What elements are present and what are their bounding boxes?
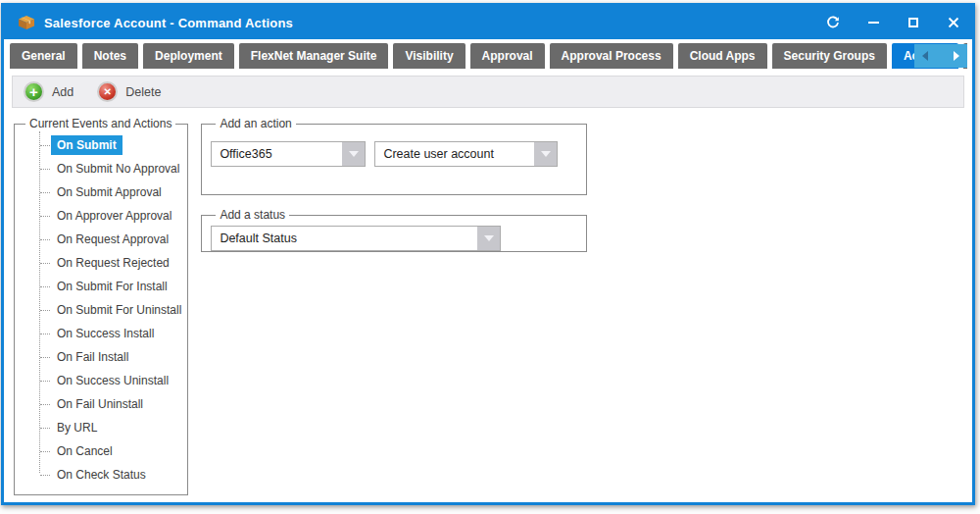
action-dropdown[interactable]: Create user account	[374, 141, 558, 167]
toolbar: + Add ✕ Delete	[12, 76, 964, 108]
close-button[interactable]	[947, 16, 960, 29]
add-action-panel-title: Add an action	[216, 117, 295, 130]
titlebar: Salesforce Account - Command Actions	[4, 6, 972, 39]
chevron-down-icon	[349, 151, 359, 157]
tab-scroll-right-icon[interactable]	[954, 51, 959, 61]
tab-approval[interactable]: Approval	[470, 43, 545, 69]
service-dropdown-value: Office365	[212, 142, 342, 166]
tab-cloud-apps[interactable]: Cloud Apps	[678, 43, 767, 69]
status-dropdown-value: Default Status	[212, 227, 477, 250]
tree-item-by-url[interactable]: By URL	[21, 416, 187, 439]
tree-item-on-submit-for-uninstall[interactable]: On Submit For Uninstall	[21, 298, 187, 322]
tab-scroller	[914, 44, 967, 68]
close-icon	[948, 17, 959, 28]
chevron-down-icon	[484, 235, 494, 241]
add-button-label: Add	[52, 85, 74, 99]
tree-item-label: On Submit For Uninstall	[51, 300, 187, 320]
tab-scroll-left-icon[interactable]	[922, 51, 928, 61]
minimize-button[interactable]	[866, 16, 880, 29]
delete-x-icon: ✕	[97, 81, 118, 102]
tab-security-groups[interactable]: Security Groups	[772, 43, 887, 69]
tab-visibility[interactable]: Visibility	[393, 43, 465, 69]
add-status-panel: Add a status Default Status	[201, 208, 587, 252]
chevron-down-icon	[541, 151, 551, 157]
add-plus-icon: +	[24, 81, 44, 102]
events-panel: Current Events and Actions On Submit On …	[14, 117, 188, 495]
tree-item-on-cancel[interactable]: On Cancel	[21, 439, 187, 463]
add-action-panel: Add an action Office365 Create user acco…	[201, 117, 587, 195]
tree-item-on-submit[interactable]: On Submit	[21, 133, 187, 157]
right-column: Add an action Office365 Create user acco…	[201, 117, 587, 252]
screen: Salesforce Account - Command Actions	[0, 0, 980, 514]
tree-item-label: On Request Approval	[51, 230, 174, 249]
events-tree: On Submit On Submit No Approval On Submi…	[21, 133, 187, 487]
tree-item-label: On Request Rejected	[51, 253, 175, 273]
tab-approval-process[interactable]: Approval Process	[550, 43, 673, 69]
tree-item-label: On Cancel	[51, 441, 119, 461]
refresh-button[interactable]	[826, 16, 840, 29]
delete-button[interactable]: ✕ Delete	[97, 81, 161, 102]
add-button[interactable]: + Add	[24, 81, 74, 102]
tree-item-label: On Submit No Approval	[51, 159, 185, 179]
maximize-icon	[908, 18, 918, 27]
tree-item-on-request-approval[interactable]: On Request Approval	[21, 228, 187, 251]
content-area: Current Events and Actions On Submit On …	[4, 108, 972, 495]
tree-item-on-submit-no-approval[interactable]: On Submit No Approval	[21, 157, 187, 180]
tree-item-label: On Fail Install	[51, 347, 134, 367]
add-status-panel-title: Add a status	[216, 208, 289, 222]
tree-item-label: On Success Install	[51, 324, 160, 343]
tree-item-label: By URL	[51, 418, 103, 437]
action-dropdown-button[interactable]	[534, 142, 557, 166]
tree-item-label: On Approver Approval	[51, 206, 177, 226]
window-title: Salesforce Account - Command Actions	[44, 16, 293, 30]
tab-flexnet-manager-suite[interactable]: FlexNet Manager Suite	[239, 43, 389, 69]
tab-strip: General Notes Deployment FlexNet Manager…	[10, 43, 967, 69]
service-dropdown-button[interactable]	[342, 142, 365, 166]
status-dropdown[interactable]: Default Status	[211, 226, 501, 251]
tree-item-on-fail-uninstall[interactable]: On Fail Uninstall	[21, 392, 187, 416]
events-panel-title: Current Events and Actions	[25, 117, 175, 130]
tree-item-on-submit-for-install[interactable]: On Submit For Install	[21, 275, 187, 298]
tree-item-on-approver-approval[interactable]: On Approver Approval	[21, 204, 187, 228]
tab-notes[interactable]: Notes	[82, 43, 138, 69]
maximize-button[interactable]	[906, 16, 920, 29]
minimize-icon	[868, 22, 879, 24]
tree-item-on-success-uninstall[interactable]: On Success Uninstall	[21, 369, 187, 392]
package-icon	[18, 15, 35, 30]
status-dropdown-button[interactable]	[477, 227, 500, 250]
tree-item-on-request-rejected[interactable]: On Request Rejected	[21, 251, 187, 275]
tree-item-label: On Submit Approval	[51, 182, 168, 202]
tree-item-label: On Submit	[51, 135, 122, 155]
tab-deployment[interactable]: Deployment	[143, 43, 234, 69]
delete-button-label: Delete	[125, 85, 161, 99]
action-dropdown-value: Create user account	[375, 142, 534, 166]
service-dropdown[interactable]: Office365	[211, 141, 366, 167]
tree-item-label: On Check Status	[51, 465, 152, 485]
tab-general[interactable]: General	[10, 43, 77, 69]
tree-item-on-fail-install[interactable]: On Fail Install	[21, 345, 187, 369]
tree-item-label: On Success Uninstall	[51, 371, 174, 390]
tree-item-label: On Submit For Install	[51, 277, 173, 296]
refresh-icon	[826, 16, 840, 29]
dialog-window: Salesforce Account - Command Actions	[1, 3, 975, 505]
tree-item-label: On Fail Uninstall	[51, 394, 149, 414]
tree-item-on-check-status[interactable]: On Check Status	[21, 463, 187, 487]
tree-item-on-success-install[interactable]: On Success Install	[21, 322, 187, 345]
tree-item-on-submit-approval[interactable]: On Submit Approval	[21, 180, 187, 204]
